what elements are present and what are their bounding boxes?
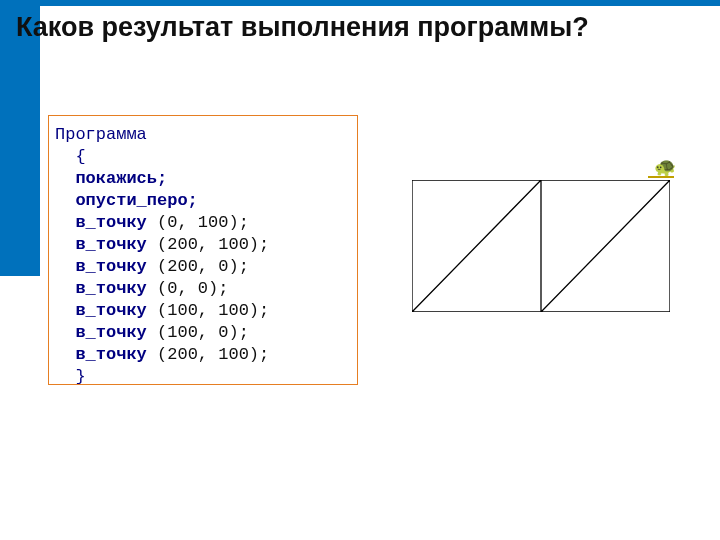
- code-line: }: [55, 366, 351, 388]
- accent-side: [0, 6, 40, 276]
- code-line: {: [55, 146, 351, 168]
- program-output-drawing: [412, 180, 670, 312]
- code-line: покажись;: [55, 168, 351, 190]
- code-line: в_точку (200, 0);: [55, 256, 351, 278]
- accent-top: [0, 0, 720, 6]
- code-line: в_точку (200, 100);: [55, 344, 351, 366]
- code-line: в_точку (100, 0);: [55, 322, 351, 344]
- turtle-icon: 🐢: [654, 156, 676, 178]
- code-line: в_точку (200, 100);: [55, 234, 351, 256]
- drawn-path: [412, 180, 670, 312]
- code-line: в_точку (0, 100);: [55, 212, 351, 234]
- program-code-box: Программа { покажись; опусти_перо; в_точ…: [48, 115, 358, 385]
- slide-title: Каков результат выполнения программы?: [16, 12, 589, 43]
- code-line: Программа: [55, 124, 351, 146]
- code-line: в_точку (100, 100);: [55, 300, 351, 322]
- code-line: в_точку (0, 0);: [55, 278, 351, 300]
- code-line: опусти_перо;: [55, 190, 351, 212]
